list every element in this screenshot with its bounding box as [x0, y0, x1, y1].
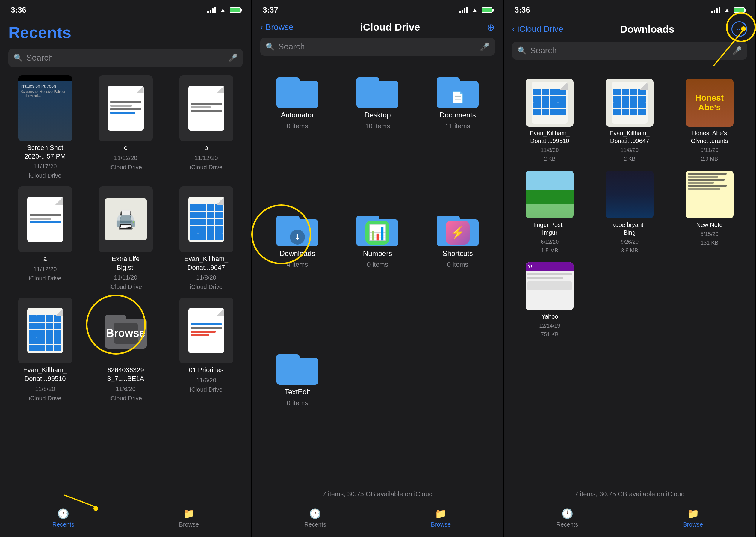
more-button-container-3: ··· [732, 21, 747, 37]
file-location-priorities: iCloud Drive [190, 386, 223, 393]
folder-desktop[interactable]: Desktop 10 items [341, 75, 415, 203]
file-item-a[interactable]: a 11/12/20 iCloud Drive [8, 186, 82, 290]
nav-title-2: iCloud Drive [360, 21, 420, 33]
folder-icon-documents: 📄 [437, 75, 479, 108]
status-time-2: 3:37 [263, 5, 278, 15]
file-imgur[interactable]: Imgur Post -Imgur 6/12/20 1.5 MB [512, 171, 587, 254]
file-kobe[interactable]: kobe bryant -Bing 9/26/20 3.8 MB [592, 171, 667, 254]
mic-icon-3[interactable]: 🎤 [732, 46, 741, 56]
folder-numbers[interactable]: 📊 Numbers 0 items [341, 213, 415, 341]
browse-tab-icon-1: 📁 [183, 508, 195, 519]
mic-icon-1[interactable]: 🎤 [228, 53, 238, 62]
file-item-folder-browse[interactable]: Browse 62640363293_71...BE1A 11/6/20 iCl… [89, 298, 162, 401]
folder-count-shortcuts: 0 items [447, 261, 469, 268]
search-icon-1: 🔍 [14, 54, 23, 62]
file-item-c[interactable]: c 11/12/20 iCloud Drive [89, 75, 162, 179]
file-size-evan09647-dl: 2 KB [624, 156, 635, 162]
status-bar-3: 3:36 ▲ [504, 0, 755, 17]
folder-automator[interactable]: Automator 0 items [260, 75, 335, 203]
file-name-b: b [204, 144, 208, 152]
download-arrow-icon: ⬇ [290, 229, 305, 245]
file-item-stl[interactable]: 🖨️ Extra LifeBig.stl 11/11/20 iCloud Dri… [89, 186, 162, 290]
file-new-note[interactable]: New Note 5/15/20 131 KB [672, 171, 747, 254]
tab-browse-2[interactable]: 📁 Browse [431, 508, 451, 528]
file-location-browse: iCloud Drive [109, 395, 142, 402]
folder-icon-automator [277, 75, 319, 108]
tab-recents-2[interactable]: 🕐 Recents [304, 508, 326, 528]
file-date-b: 11/12/20 [195, 155, 218, 161]
recents-content: Recents 🔍 Search 🎤 Images on Patreon Scr… [0, 17, 251, 503]
browse-tab-label-2: Browse [431, 521, 451, 528]
nav-back-2[interactable]: ‹ Browse [260, 22, 293, 32]
file-item-screenshot[interactable]: Images on Patreon Screenshot Receive Pat… [8, 75, 82, 179]
file-preview-honestabe: Honest Abe's [686, 79, 734, 127]
file-date-stl: 11/11/20 [114, 274, 137, 281]
file-preview-yahoo: Y! [526, 262, 574, 310]
recents-tab-label-1: Recents [53, 521, 74, 528]
status-icons-1: ▲ [207, 6, 241, 14]
folder-icon-textedit [277, 352, 319, 385]
folder-icon-downloads: ⬇ [277, 213, 319, 246]
folder-documents[interactable]: 📄 Documents 11 items [421, 75, 495, 203]
file-item-b[interactable]: b 11/12/20 iCloud Drive [170, 75, 243, 179]
file-evan-09647[interactable]: Evan_Killham_Donati...09647 11/8/20 2 KB [592, 79, 667, 162]
status-icons-2: ▲ [459, 6, 492, 14]
signal-icon-1 [207, 7, 216, 13]
file-size-newnote: 131 KB [700, 240, 718, 246]
tab-browse-3[interactable]: 📁 Browse [683, 508, 703, 528]
file-name-evan09647-dl: Evan_Killham_Donati...09647 [610, 129, 649, 145]
tab-bar-2: 🕐 Recents 📁 Browse [252, 503, 503, 537]
search-bar-1[interactable]: 🔍 Search 🎤 [8, 49, 243, 67]
folder-shortcuts[interactable]: ⚡ Shortcuts 0 items [421, 213, 495, 341]
folder-name-textedit: TextEdit [284, 388, 310, 396]
more-button-3[interactable]: ··· [732, 21, 747, 37]
file-thumb-b [179, 75, 233, 141]
file-thumb-priorities [179, 298, 233, 363]
file-preview-evan09647 [606, 79, 654, 127]
folder-count-documents: 11 items [445, 122, 470, 130]
file-location-screenshot: iCloud Drive [29, 172, 61, 179]
mic-icon-2[interactable]: 🎤 [480, 42, 489, 52]
file-location-c: iCloud Drive [109, 164, 142, 171]
recents-tab-label-3: Recents [556, 521, 578, 528]
file-item-priorities[interactable]: 01 Priorities 11/6/20 iCloud Drive [170, 298, 243, 401]
file-date-evan99510: 11/8/20 [35, 386, 55, 392]
nav-back-3[interactable]: ‹ iCloud Drive [512, 24, 563, 34]
chevron-left-icon-3: ‹ [512, 24, 515, 34]
file-preview-evan99510 [526, 79, 574, 127]
file-date-evan09647-dl: 11/8/20 [621, 147, 639, 153]
search-bar-3[interactable]: 🔍 Search 🎤 [512, 42, 747, 60]
file-name-newnote: New Note [697, 221, 723, 228]
file-item-evan99510[interactable]: Evan_Killham_Donat...99510 11/8/20 iClou… [8, 298, 82, 401]
tab-recents-3[interactable]: 🕐 Recents [556, 508, 578, 528]
more-button-2[interactable]: ⊕ [487, 21, 495, 33]
file-preview-imgur [526, 171, 574, 219]
file-evan-99510[interactable]: Evan_Killham_Donati...99510 11/8/20 2 KB [512, 79, 587, 162]
file-name-kobe: kobe bryant -Bing [612, 221, 647, 236]
tab-recents-1[interactable]: 🕐 Recents [53, 508, 74, 528]
recents-tab-label-2: Recents [304, 521, 326, 528]
status-bar-2: 3:37 ▲ [252, 0, 503, 17]
battery-icon-1 [230, 8, 241, 13]
nav-back-label-2: Browse [265, 22, 293, 32]
search-icon-3: 🔍 [517, 46, 527, 55]
file-yahoo[interactable]: Y! Yahoo 12/14/19 751 KB [512, 262, 587, 338]
folder-downloads[interactable]: ⬇ Downloads 4 items [260, 213, 335, 341]
tab-bar-3: 🕐 Recents 📁 Browse [504, 503, 755, 537]
folder-textedit[interactable]: TextEdit 0 items [260, 352, 335, 479]
file-thumb-evan99510 [18, 298, 72, 363]
file-item-evan9647[interactable]: Evan_Killham_Donat...9647 11/8/20 iCloud… [170, 186, 243, 290]
file-honest-abes[interactable]: Honest Abe's Honest Abe'sGlyno...urants … [672, 79, 747, 162]
file-thumb-stl: 🖨️ [99, 186, 153, 252]
tab-browse-1[interactable]: 📁 Browse [179, 508, 199, 528]
nav-title-3: Downloads [620, 23, 674, 35]
folder-count-numbers: 0 items [367, 261, 388, 268]
recents-tab-icon-3: 🕐 [561, 508, 573, 519]
folder-name-numbers: Numbers [363, 249, 392, 258]
search-bar-2[interactable]: 🔍 Search 🎤 [260, 38, 495, 56]
file-size-yahoo: 751 KB [541, 331, 559, 338]
panel-icloud-drive: 3:37 ▲ ‹ Browse iCloud Drive ⊕ 🔍 Search … [252, 0, 504, 537]
file-name-priorities: 01 Priorities [189, 366, 223, 375]
nav-back-label-3: iCloud Drive [517, 24, 563, 34]
folder-name-documents: Documents [439, 111, 476, 119]
